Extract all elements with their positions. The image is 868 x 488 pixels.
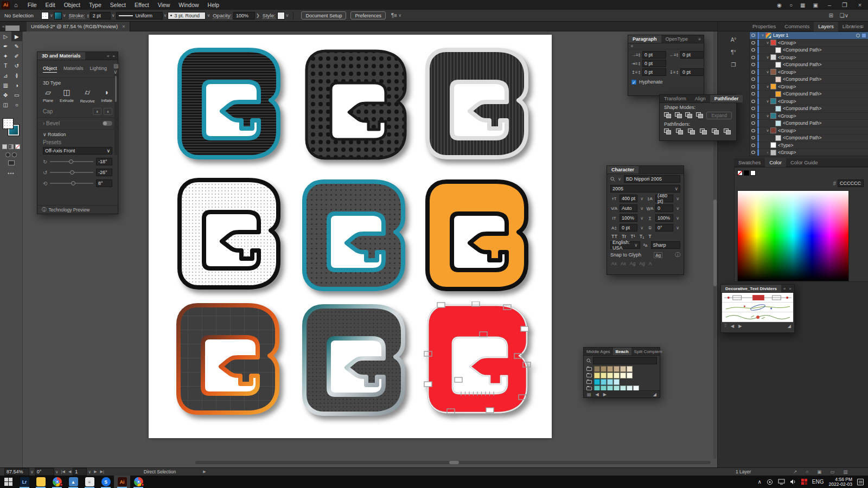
stroke-swatch[interactable]	[54, 12, 62, 20]
align-button-4[interactable]	[641, 46, 642, 47]
color-swatch[interactable]	[594, 366, 600, 372]
layer-row-group-16[interactable]: ›<Group>	[750, 149, 868, 156]
layer-row-group-5[interactable]: ∨<Group>	[750, 69, 868, 76]
expand-chevron-icon[interactable]: ∨	[765, 129, 770, 133]
horizontal-scrollbar[interactable]	[195, 461, 711, 464]
tab-align[interactable]: Align	[691, 95, 710, 102]
paragraph-field-1[interactable]: →≡▲▼0 pt	[631, 51, 666, 59]
menu-view[interactable]: View	[154, 0, 175, 10]
dividers-resize-icon[interactable]: ◢	[788, 324, 791, 329]
3d-type-inflate[interactable]: ◗Inflate	[101, 88, 112, 104]
visibility-toggle[interactable]	[750, 40, 757, 47]
arrange-docs-icon[interactable]: ⊞	[829, 12, 833, 18]
swatch-prev-icon[interactable]: ◀	[596, 392, 599, 397]
document-tab-close-icon[interactable]: ×	[122, 23, 125, 29]
color-swatch[interactable]	[614, 379, 620, 385]
type-style-button-5[interactable]: T	[648, 234, 652, 239]
color-swatch[interactable]	[620, 373, 626, 378]
taskbar-app-file-explorer[interactable]	[33, 476, 49, 488]
start-button[interactable]	[0, 476, 16, 488]
taskbar-app-notepad[interactable]: ≡	[81, 476, 98, 488]
action-center-icon[interactable]	[857, 479, 864, 485]
hyphenate-checkbox[interactable]: ✓	[631, 80, 636, 85]
color-swatch[interactable]	[594, 379, 600, 385]
character-styles-icon[interactable]: A°	[731, 37, 737, 43]
taskbar-app-illustrator[interactable]: Ai	[114, 476, 130, 488]
antialias-dropdown[interactable]: Sharp	[651, 241, 681, 249]
fill-caret-icon[interactable]: ∨	[50, 13, 53, 18]
swatch-search-input[interactable]	[593, 357, 657, 364]
3d-tab-lighting[interactable]: Lighting	[90, 66, 107, 72]
swatch-next-icon[interactable]: ▶	[603, 392, 607, 397]
visibility-toggle[interactable]	[750, 32, 757, 39]
cap-round-button[interactable]: ◖	[93, 108, 101, 115]
visibility-toggle[interactable]	[750, 98, 757, 105]
search-icon[interactable]: ○	[789, 2, 793, 8]
glyph-snap-option-2[interactable]: Ax	[621, 261, 626, 266]
character-tab[interactable]: Character	[607, 166, 639, 174]
stroke-profile-dropdown[interactable]: Uniform	[116, 12, 163, 20]
rotation-value-field[interactable]: 8°	[96, 179, 112, 187]
first-artboard-icon[interactable]: |◀	[61, 470, 65, 474]
align-button-2[interactable]	[635, 46, 636, 47]
collapsed-panel-chip[interactable]	[5, 25, 20, 31]
color-swatch[interactable]	[594, 373, 600, 378]
layer-row-path-10[interactable]: <Compound Path>	[750, 105, 868, 113]
rotate-tool[interactable]: ↺	[11, 61, 23, 70]
direct-selection-tool[interactable]: ▶	[11, 31, 23, 41]
color-tab-color-guide[interactable]: Color Guide	[786, 158, 822, 168]
minimize-button[interactable]: –	[826, 2, 833, 8]
zoom-tool[interactable]: ○	[11, 100, 23, 110]
3d-type-plane[interactable]: ▱Plane	[43, 88, 53, 104]
swatch-library-menu-icon[interactable]: ▤	[587, 392, 591, 397]
document-setup-button[interactable]: Document Setup	[301, 11, 346, 20]
3d-tab-object[interactable]: Object	[43, 66, 57, 73]
dividers-list-icon[interactable]: ⫶⫶	[724, 323, 726, 329]
font-size-field[interactable]: 400 pt	[620, 195, 637, 202]
eyedropper-tool[interactable]: ◑	[11, 80, 23, 90]
3d-panel-scrollbar[interactable]	[114, 74, 117, 155]
clock[interactable]: 4:56 PM 2022-02-03	[829, 477, 852, 487]
tray-adobe-sync-icon[interactable]	[801, 479, 807, 485]
black-swatch[interactable]	[744, 170, 749, 176]
tab-pathfinder[interactable]: Pathfinder	[710, 95, 743, 102]
collapse-panels-icon[interactable]: «	[2, 24, 5, 29]
leading-field[interactable]: (480 pt)	[655, 195, 673, 202]
pathfinder-outline-button[interactable]	[712, 129, 719, 135]
swatch-tab-beach[interactable]: Beach	[613, 348, 631, 355]
taskbar-app-messenger[interactable]: S	[98, 476, 114, 488]
none-swatch[interactable]	[737, 170, 743, 176]
paintbrush-tool[interactable]: ✐	[11, 51, 23, 61]
workspace-switcher-icon[interactable]: ❏∨	[840, 12, 848, 18]
expand-button[interactable]: Expand	[706, 112, 732, 119]
opentype-tab[interactable]: OpenType	[661, 35, 693, 43]
tracking-field[interactable]: 0	[655, 204, 673, 212]
pen-tool[interactable]: ✒	[0, 41, 11, 51]
3d-panel-tab[interactable]: 3D and Materials	[37, 52, 85, 60]
menu-file[interactable]: File	[23, 0, 41, 10]
glyph-snap-option-3[interactable]: Ag	[630, 261, 635, 266]
hex-field[interactable]: CCCCCC	[838, 179, 864, 187]
layer-row-group-11[interactable]: ∨<Group>	[750, 113, 868, 120]
shape-mode-intersect-button[interactable]	[685, 112, 692, 119]
pathfinder-divide-button[interactable]	[664, 129, 672, 135]
draw-behind-button[interactable]	[12, 152, 17, 157]
visibility-toggle[interactable]	[750, 76, 757, 83]
stroke-weight-field[interactable]: 2 pt	[90, 12, 111, 20]
locate-object-icon[interactable]: ○	[806, 469, 808, 474]
menu-type[interactable]: Type	[85, 0, 106, 10]
dock-menu-icon[interactable]: ≡	[861, 24, 864, 29]
letter-b-vertical-stripes-silver[interactable]	[423, 46, 531, 161]
swatch-tab-middle-ages[interactable]: Middle Ages	[584, 348, 613, 355]
workspace-icon[interactable]: ▣	[813, 2, 818, 8]
letter-b-solid-orange[interactable]	[423, 178, 531, 293]
kerning-field[interactable]: Auto	[620, 204, 637, 212]
preferences-button[interactable]: Preferences	[350, 11, 386, 20]
expand-chevron-icon[interactable]: ∨	[760, 33, 765, 37]
3d-type-extrude[interactable]: ◫Extrude	[60, 88, 74, 104]
color-swatch[interactable]	[607, 373, 613, 378]
layer-row-path-8[interactable]: <Compound Path>	[750, 91, 868, 98]
expand-chevron-icon[interactable]: ∨	[765, 70, 770, 74]
align-button-3[interactable]	[638, 46, 639, 47]
paragraph-field-2[interactable]: ←≡▲▼0 pt	[669, 51, 704, 59]
